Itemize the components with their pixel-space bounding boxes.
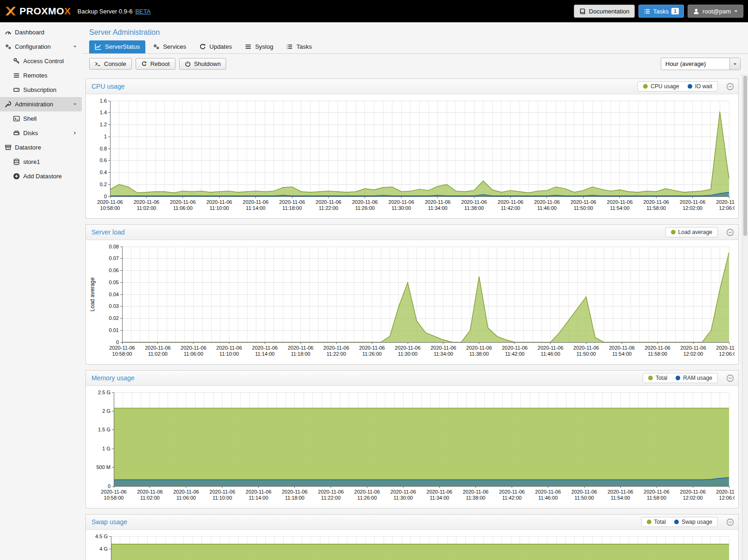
svg-text:2020-11-06: 2020-11-06 [466,345,492,351]
svg-text:12:06:00: 12:06:00 [719,205,735,211]
svg-text:2020-11-06: 2020-11-06 [571,199,596,205]
memory-usage-chart: 0500 M1 G1.5 G2 G2.5 G2020-11-0610:58:00… [88,389,735,507]
sidebar-item-shell[interactable]: Shell [0,111,82,126]
svg-text:0.08: 0.08 [109,244,119,249]
svg-text:2020-11-06: 2020-11-06 [573,345,599,351]
svg-text:2020-11-06: 2020-11-06 [535,489,561,495]
svg-text:1.5 G: 1.5 G [98,427,111,432]
tasks-icon [286,43,293,50]
svg-text:11:34:00: 11:34:00 [429,495,449,501]
sidebar-item-label: Add Datastore [23,173,62,180]
main-content: Server Administration ServerStatusServic… [82,22,748,560]
combo-trigger[interactable] [729,58,740,70]
svg-text:11:22:00: 11:22:00 [319,205,338,211]
sidebar-item-add-datastore[interactable]: Add Datastore [0,169,82,183]
svg-text:2020-11-06: 2020-11-06 [643,199,669,205]
book-icon [579,8,586,15]
reboot-button[interactable]: Reboot [136,58,176,70]
svg-text:11:18:00: 11:18:00 [291,351,310,357]
svg-text:2020-11-06: 2020-11-06 [145,345,170,351]
user-menu-button[interactable]: root@pam [688,5,743,18]
tab-services[interactable]: Services [147,40,192,53]
svg-text:11:02:00: 11:02:00 [148,351,168,357]
svg-text:4 G: 4 G [99,546,108,552]
sidebar-item-configuration[interactable]: Configuration [0,39,82,54]
svg-text:2020-11-06: 2020-11-06 [534,199,559,205]
legend-label: RAM usage [683,375,712,381]
key-icon [13,58,20,65]
sidebar-item-store1[interactable]: store1 [0,155,82,169]
timeframe-value: Hour (average) [661,60,729,67]
sidebar: DashboardConfigurationAccess ControlRemo… [0,22,82,560]
svg-text:0.05: 0.05 [109,280,119,285]
legend-label: IO wait [695,83,712,90]
collapse-panel-icon[interactable] [726,518,734,526]
svg-text:2020-11-06: 2020-11-06 [246,489,271,495]
svg-text:11:10:00: 11:10:00 [220,351,239,357]
tasks-button[interactable]: Tasks 1 [638,5,684,18]
svg-text:11:14:00: 11:14:00 [246,205,266,211]
timeframe-select[interactable]: Hour (average) [661,58,741,70]
svg-text:2020-11-06: 2020-11-06 [538,345,563,351]
sidebar-item-remotes[interactable]: Remotes [0,68,82,83]
sidebar-item-dashboard[interactable]: Dashboard [0,25,82,39]
svg-text:0: 0 [108,483,111,489]
beta-link[interactable]: BETA [135,8,150,15]
legend-dot [643,84,648,89]
tab-serverstatus[interactable]: ServerStatus [89,40,145,53]
svg-text:2020-11-06: 2020-11-06 [499,489,525,495]
svg-text:11:18:00: 11:18:00 [282,205,302,211]
sidebar-item-access-control[interactable]: Access Control [0,54,82,68]
svg-text:2020-11-06: 2020-11-06 [498,199,523,205]
svg-text:11:30:00: 11:30:00 [391,205,411,211]
shutdown-button[interactable]: Shutdown [179,58,227,70]
sidebar-item-administration[interactable]: Administration [0,97,82,111]
svg-text:Load average: Load average [89,277,96,312]
svg-text:2020-11-06: 2020-11-06 [352,199,377,205]
tab-label: Tasks [296,43,312,50]
panel-swap-usage: Swap usage TotalSwap usage 0500 M1 G1.5 … [85,514,739,560]
documentation-button[interactable]: Documentation [574,5,634,18]
svg-text:11:54:00: 11:54:00 [612,351,631,357]
collapse-panel-icon[interactable] [726,83,734,91]
svg-text:11:46:00: 11:46:00 [538,495,558,501]
svg-text:11:50:00: 11:50:00 [576,351,596,357]
svg-text:0.02: 0.02 [109,315,119,321]
svg-text:2020-11-06: 2020-11-06 [288,345,313,351]
wrench-icon [5,101,12,108]
svg-text:11:58:00: 11:58:00 [647,495,666,501]
list-icon [245,43,252,50]
collapse-panel-icon[interactable] [726,374,734,382]
svg-text:11:42:00: 11:42:00 [505,351,525,357]
toolbar: ConsoleRebootShutdown Hour (average) [82,53,748,74]
sidebar-item-label: Administration [15,101,53,108]
brand-text: PROXMOX [20,6,71,17]
sidebar-item-datastore[interactable]: Datastore [0,140,82,155]
tab-bar: ServerStatusServicesUpdatesSyslogTasks [82,40,748,53]
ticket-icon [13,86,20,93]
svg-text:2020-11-06: 2020-11-06 [609,345,635,351]
tab-tasks[interactable]: Tasks [280,40,317,53]
sidebar-item-label: Datastore [15,144,41,151]
svg-text:2020-11-06: 2020-11-06 [279,199,305,205]
scrollbar-thumb[interactable] [743,76,747,236]
tab-updates[interactable]: Updates [194,40,237,53]
topbar: PROXMOX Backup Server 0.9-6 BETA Documen… [0,0,748,22]
sidebar-item-disks[interactable]: Disks [0,126,82,140]
sidebar-item-subscription[interactable]: Subscription [0,83,82,97]
caret-down-icon [733,62,737,66]
collapse-panel-icon[interactable] [726,228,734,236]
console-button[interactable]: Console [89,58,132,70]
sidebar-item-label: Configuration [15,43,51,50]
database-icon [13,158,20,165]
svg-text:11:26:00: 11:26:00 [358,495,377,501]
svg-text:1.6: 1.6 [100,98,107,104]
legend-dot [674,520,679,524]
svg-text:11:42:00: 11:42:00 [502,495,521,501]
svg-text:11:02:00: 11:02:00 [137,205,156,211]
svg-text:2020-11-06: 2020-11-06 [680,489,705,495]
tab-syslog[interactable]: Syslog [239,40,279,53]
svg-text:10:58:00: 10:58:00 [104,495,124,501]
proxmox-x-icon [5,6,17,16]
svg-text:11:46:00: 11:46:00 [537,205,557,211]
